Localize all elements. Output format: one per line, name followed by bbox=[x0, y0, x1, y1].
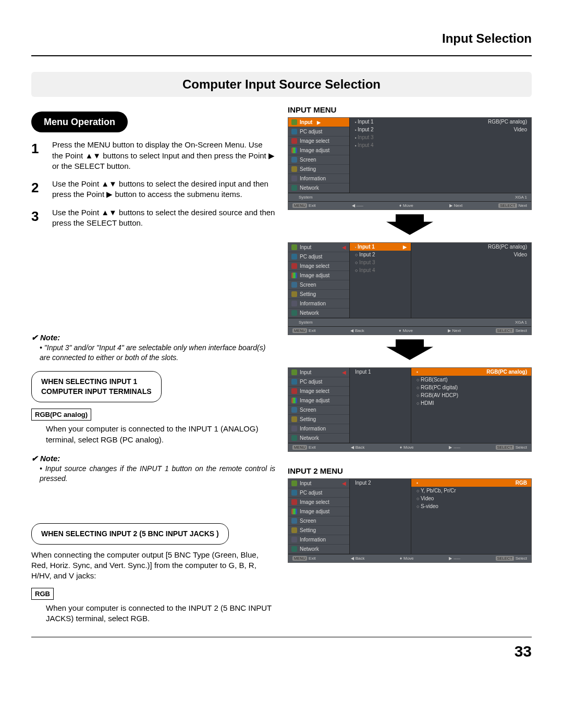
osd2-side-input[interactable]: Input◀ bbox=[288, 243, 349, 252]
osd2-side-imageadjust[interactable]: Image adjust bbox=[288, 271, 349, 280]
osd4-side-network[interactable]: Network bbox=[288, 545, 349, 554]
setting-icon bbox=[291, 291, 297, 297]
osd-side-input[interactable]: Input bbox=[288, 118, 349, 127]
step-2-text: Use the Point ▲▼ buttons to select the d… bbox=[52, 179, 275, 200]
osd2-input4: Input 4 bbox=[350, 266, 411, 274]
input-icon bbox=[291, 119, 297, 125]
osd4-side-pcadjust[interactable]: PC adjust bbox=[288, 488, 349, 498]
osd-input4-row: Input 4 bbox=[350, 141, 531, 149]
osd4-src-rgb[interactable]: •RGB bbox=[411, 479, 531, 487]
osd-screenshot-1: Input PC adjust Image select Image adjus… bbox=[288, 117, 532, 210]
osd4-src-video[interactable]: Video bbox=[411, 495, 531, 502]
osd2-input1[interactable]: Input 1▶ bbox=[350, 243, 411, 251]
information-icon bbox=[291, 176, 297, 181]
osd3-side-network[interactable]: Network bbox=[288, 434, 349, 443]
osd3-src-scart[interactable]: RGB(Scart) bbox=[411, 376, 531, 384]
osd-side-screen[interactable]: Screen bbox=[288, 155, 349, 165]
osd2-side-information[interactable]: Information bbox=[288, 299, 349, 309]
screen-icon bbox=[291, 282, 297, 288]
osd4-side-imageadjust[interactable]: Image adjust bbox=[288, 507, 349, 516]
imageselect-icon bbox=[291, 138, 297, 144]
page-number: 33 bbox=[31, 643, 532, 660]
header-rule bbox=[31, 55, 532, 56]
osd3-src-digital[interactable]: RGB(PC digital) bbox=[411, 384, 531, 391]
osd-system-bar: SystemXGA 1 bbox=[288, 193, 531, 201]
osd4-src-svideo[interactable]: S-video bbox=[411, 502, 531, 510]
osd3-side-input[interactable]: Input◀ bbox=[288, 368, 349, 377]
svg-marker-1 bbox=[386, 339, 433, 360]
tag-rgbpc-analog: RGB(PC analog) bbox=[31, 409, 91, 421]
step-3-text: Use the Point ▲▼ buttons to select the d… bbox=[52, 207, 275, 229]
osd3-side-screen[interactable]: Screen bbox=[288, 405, 349, 415]
imageadjust-icon bbox=[291, 273, 297, 278]
screen-icon bbox=[291, 407, 297, 413]
osd-side-network[interactable]: Network bbox=[288, 183, 349, 193]
osd-screenshot-3: Input◀ PC adjust Image select Image adju… bbox=[288, 367, 532, 452]
screen-icon bbox=[291, 518, 297, 524]
osd-screenshot-2: Input◀ PC adjust Image select Image adju… bbox=[288, 242, 532, 335]
osd-side-imageselect[interactable]: Image select bbox=[288, 137, 349, 146]
osd3-side-imageselect[interactable]: Image select bbox=[288, 387, 349, 396]
osd-side-setting[interactable]: Setting bbox=[288, 165, 349, 174]
rgb-body: When your computer is connected to the I… bbox=[46, 603, 275, 624]
osd3-src-hdmi[interactable]: HDMI bbox=[411, 399, 531, 407]
osd2-side-imageselect[interactable]: Image select bbox=[288, 262, 349, 271]
osd-input1-row[interactable]: Input 1RGB(PC analog) bbox=[350, 118, 531, 126]
page-header: Input Selection bbox=[31, 31, 532, 46]
imageselect-icon bbox=[291, 388, 297, 394]
osd3-side-imageadjust[interactable]: Image adjust bbox=[288, 396, 349, 405]
osd-side-information[interactable]: Information bbox=[288, 174, 349, 183]
osd2-input2[interactable]: Input 2 bbox=[350, 251, 411, 258]
pcadjust-icon bbox=[291, 379, 297, 385]
imageadjust-icon bbox=[291, 509, 297, 514]
section-title: Computer Input Source Selection bbox=[31, 72, 532, 97]
osd3-footer: MENUExit ◀ Back ♦ Move ▶ ----- SELECTSel… bbox=[288, 443, 531, 451]
bnc-intro-text: When connecting the computer output [5 B… bbox=[31, 550, 275, 582]
osd4-side-information[interactable]: Information bbox=[288, 535, 349, 545]
osd2-side-pcadjust[interactable]: PC adjust bbox=[288, 252, 349, 262]
flow-arrow-2 bbox=[288, 339, 532, 361]
osd4-input2-label: Input 2 bbox=[350, 479, 411, 487]
osd4-side-setting[interactable]: Setting bbox=[288, 526, 349, 535]
osd2-det-rgbanalog: RGB(PC analog) bbox=[411, 243, 531, 251]
osd2-side-setting[interactable]: Setting bbox=[288, 290, 349, 299]
osd-input2-row[interactable]: Input 2Video bbox=[350, 126, 531, 133]
osd3-side-information[interactable]: Information bbox=[288, 424, 349, 434]
input-icon bbox=[291, 480, 297, 486]
osd3-src-rgbanalog[interactable]: •RGB(PC analog) bbox=[411, 368, 531, 376]
svg-marker-0 bbox=[386, 214, 433, 235]
osd-screenshot-4: Input◀ PC adjust Image select Image adju… bbox=[288, 478, 532, 563]
network-icon bbox=[291, 435, 297, 441]
imageadjust-icon bbox=[291, 398, 297, 403]
osd2-side-screen[interactable]: Screen bbox=[288, 280, 349, 290]
osd4-src-yprcr[interactable]: Y, Pb/Cb, Pr/Cr bbox=[411, 487, 531, 495]
setting-icon bbox=[291, 527, 297, 533]
setting-icon bbox=[291, 416, 297, 422]
osd2-side-network[interactable]: Network bbox=[288, 309, 349, 318]
osd2-footer: MENUExit ◀ Back ♦ Move ▶ Next SELECTSele… bbox=[288, 326, 531, 335]
step-number-1: 1 bbox=[31, 140, 45, 171]
footer-rule bbox=[31, 637, 532, 637]
osd3-side-setting[interactable]: Setting bbox=[288, 415, 349, 424]
step-1-text: Press the MENU button to display the On-… bbox=[52, 140, 275, 171]
osd-footer: MENUExit ◀ ----- ♦ Move ▶ Next SELECTNex… bbox=[288, 201, 531, 209]
input-icon bbox=[291, 244, 297, 250]
osd-input3-row: Input 3 bbox=[350, 133, 531, 141]
flow-arrow-1 bbox=[288, 214, 532, 236]
osd-side-pcadjust[interactable]: PC adjust bbox=[288, 127, 349, 137]
osd4-side-screen[interactable]: Screen bbox=[288, 516, 349, 526]
information-icon bbox=[291, 426, 297, 431]
osd3-src-avhdcp[interactable]: RGB(AV HDCP) bbox=[411, 391, 531, 399]
note-1-heading: Note: bbox=[31, 332, 275, 343]
note-2-body: Input source changes if the INPUT 1 butt… bbox=[40, 464, 275, 484]
information-icon bbox=[291, 301, 297, 306]
setting-icon bbox=[291, 166, 297, 172]
imageadjust-icon bbox=[291, 147, 297, 153]
osd4-side-input[interactable]: Input◀ bbox=[288, 479, 349, 488]
osd4-side-imageselect[interactable]: Image select bbox=[288, 498, 349, 507]
osd3-side-pcadjust[interactable]: PC adjust bbox=[288, 377, 349, 387]
network-icon bbox=[291, 185, 297, 191]
osd-side-imageadjust[interactable]: Image adjust bbox=[288, 146, 349, 155]
callout-input1: WHEN SELECTING INPUT 1 COMPUTER INPUT TE… bbox=[31, 371, 162, 402]
callout-input2: WHEN SELECTING INPUT 2 (5 BNC INPUT JACK… bbox=[31, 523, 229, 545]
